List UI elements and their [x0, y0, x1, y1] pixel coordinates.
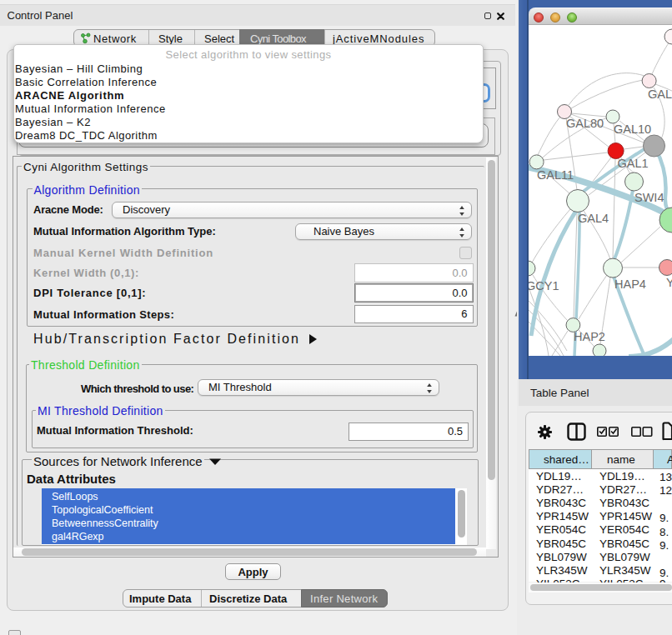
svg-text:GAL11: GAL11: [537, 168, 574, 182]
svg-text:HAP2: HAP2: [574, 330, 605, 343]
svg-text:GAL1: GAL1: [618, 157, 649, 170]
svg-text:GAL4: GAL4: [578, 212, 609, 225]
svg-text:HAP4: HAP4: [614, 278, 646, 291]
svg-text:GAL80: GAL80: [566, 117, 604, 130]
svg-text:GAL7: GAL7: [648, 88, 672, 101]
svg-text:Y: Y: [666, 276, 672, 289]
svg-text:SWI4: SWI4: [634, 191, 664, 204]
svg-text:GAL10: GAL10: [614, 122, 651, 136]
svg-text:GCY1: GCY1: [529, 279, 559, 292]
